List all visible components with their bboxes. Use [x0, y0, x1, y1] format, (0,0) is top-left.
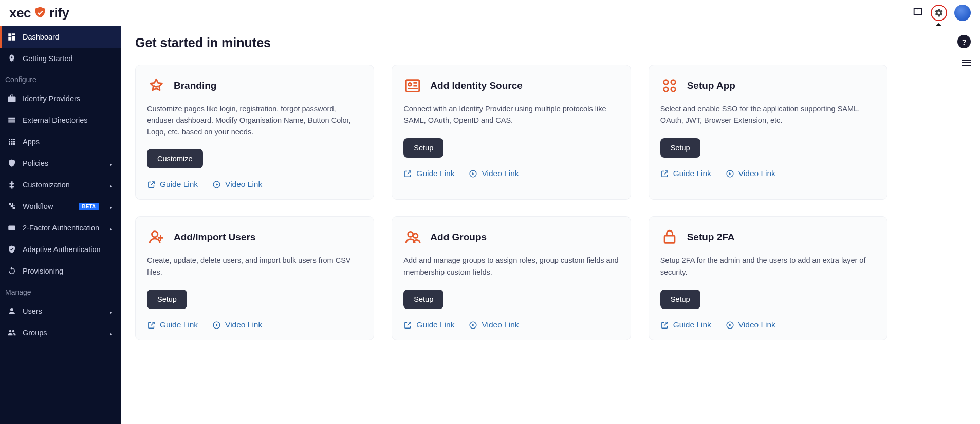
sidebar-item-groups[interactable]: Groups	[0, 322, 121, 343]
card: Setup 2FA Setup 2FA for the admin and th…	[649, 216, 887, 340]
sidebar-item-workflow[interactable]: Workflow BETA	[0, 196, 121, 217]
main: ? Get started in minutes Branding Custom…	[121, 26, 980, 424]
external-link-icon	[660, 321, 669, 330]
sidebar-item-label: Dashboard	[23, 33, 59, 41]
card-links: Guide Link Video Link	[403, 169, 619, 178]
external-link-icon	[403, 169, 412, 178]
sidebar-item-apps[interactable]: Apps	[0, 131, 121, 152]
external-link-icon	[660, 169, 669, 178]
logo-text-1: xec	[9, 5, 31, 21]
help-button[interactable]: ?	[957, 35, 971, 48]
card: Branding Customize pages like login, reg…	[135, 65, 374, 200]
svg-point-8	[671, 87, 675, 92]
video-link[interactable]: Video Link	[469, 320, 519, 330]
sidebar-item-customization[interactable]: Customization	[0, 174, 121, 196]
settings-button[interactable]: Settings	[931, 5, 947, 21]
svg-point-5	[663, 80, 668, 85]
card-icon	[147, 76, 165, 95]
puzzle-icon	[7, 180, 16, 189]
key-icon	[7, 223, 16, 233]
svg-point-13	[414, 234, 418, 238]
user-icon	[7, 306, 16, 316]
link-label: Guide Link	[416, 169, 454, 178]
sidebar-item-label: Policies	[23, 159, 48, 167]
card-action-button[interactable]: Setup	[403, 290, 443, 309]
external-link-icon	[147, 321, 156, 330]
svg-rect-0	[8, 226, 15, 230]
svg-rect-2	[406, 80, 420, 92]
svg-rect-15	[664, 236, 675, 243]
group-icon	[7, 328, 16, 337]
guide-link[interactable]: Guide Link	[403, 169, 454, 178]
rocket-icon	[7, 54, 16, 63]
dashboard-icon	[7, 32, 16, 42]
card-action-button[interactable]: Customize	[147, 149, 203, 168]
card: Add Identity Source Connect with an Iden…	[392, 65, 631, 200]
logo[interactable]: xec rify	[9, 5, 69, 21]
sidebar-item-label: Apps	[23, 138, 40, 146]
sidebar-item-dashboard[interactable]: Dashboard	[0, 26, 121, 48]
card-header: Add/Import Users	[147, 228, 362, 246]
link-label: Video Link	[738, 320, 775, 330]
sidebar-item-provisioning[interactable]: Provisioning	[0, 260, 121, 282]
sidebar-item-label: Customization	[23, 181, 70, 189]
video-link[interactable]: Video Link	[212, 180, 262, 189]
sidebar-item-adaptive-auth[interactable]: Adaptive Authentication	[0, 239, 121, 260]
sidebar-item-label: Workflow	[23, 202, 53, 210]
avatar[interactable]	[954, 5, 971, 21]
sidebar-item-external-directories[interactable]: External Directories	[0, 109, 121, 131]
card-icon	[660, 76, 679, 95]
guide-link[interactable]: Guide Link	[147, 320, 198, 330]
docs-icon[interactable]	[912, 6, 923, 20]
svg-point-3	[409, 83, 412, 86]
play-circle-icon	[469, 169, 477, 178]
card-action-button[interactable]: Setup	[403, 138, 443, 158]
card-action-button[interactable]: Setup	[660, 138, 700, 158]
section-manage: Manage	[0, 282, 121, 300]
chevron-right-icon	[108, 204, 114, 209]
card-icon	[403, 76, 422, 95]
video-link[interactable]: Video Link	[726, 320, 775, 330]
chevron-right-icon	[108, 309, 114, 314]
card-header: Branding	[147, 76, 362, 95]
sidebar-item-identity-providers[interactable]: Identity Providers	[0, 88, 121, 109]
external-link-icon	[147, 180, 156, 189]
sidebar-item-getting-started[interactable]: Getting Started	[0, 48, 121, 69]
shield-icon	[7, 159, 16, 168]
link-label: Video Link	[482, 169, 519, 178]
card-title: Add/Import Users	[174, 232, 255, 243]
sidebar-item-users[interactable]: Users	[0, 300, 121, 322]
card-links: Guide Link Video Link	[660, 169, 876, 178]
play-circle-icon	[726, 169, 734, 178]
card-description: Connect with an Identity Provider using …	[403, 103, 619, 127]
card-title: Branding	[174, 80, 216, 91]
guide-link[interactable]: Guide Link	[660, 169, 711, 178]
guide-link[interactable]: Guide Link	[660, 320, 711, 330]
sidebar-item-policies[interactable]: Policies	[0, 152, 121, 174]
guide-link[interactable]: Guide Link	[403, 320, 454, 330]
page-title: Get started in minutes	[135, 35, 887, 50]
card-links: Guide Link Video Link	[147, 180, 362, 189]
menu-button[interactable]	[960, 56, 973, 71]
list-icon	[7, 115, 16, 125]
sidebar-item-label: Groups	[23, 329, 47, 337]
video-link[interactable]: Video Link	[212, 320, 262, 330]
play-circle-icon	[212, 321, 221, 330]
card: Add/Import Users Create, update, delete …	[135, 216, 374, 340]
topbar-right: Settings	[912, 5, 971, 21]
sidebar-item-2fa[interactable]: 2-Factor Authentication	[0, 217, 121, 239]
sidebar-item-label: Identity Providers	[23, 94, 80, 103]
card-title: Setup App	[687, 80, 735, 91]
sidebar-item-label: 2-Factor Authentication	[23, 224, 99, 232]
link-label: Video Link	[482, 320, 519, 330]
play-circle-icon	[726, 321, 734, 330]
video-link[interactable]: Video Link	[469, 169, 519, 178]
link-label: Guide Link	[160, 320, 198, 330]
chevron-right-icon	[108, 225, 114, 230]
guide-link[interactable]: Guide Link	[147, 180, 198, 189]
sidebar: Dashboard Getting Started Configure Iden…	[0, 26, 121, 424]
card-action-button[interactable]: Setup	[147, 290, 187, 309]
card-action-button[interactable]: Setup	[660, 290, 700, 309]
video-link[interactable]: Video Link	[726, 169, 775, 178]
card-description: Customize pages like login, registration…	[147, 103, 362, 138]
